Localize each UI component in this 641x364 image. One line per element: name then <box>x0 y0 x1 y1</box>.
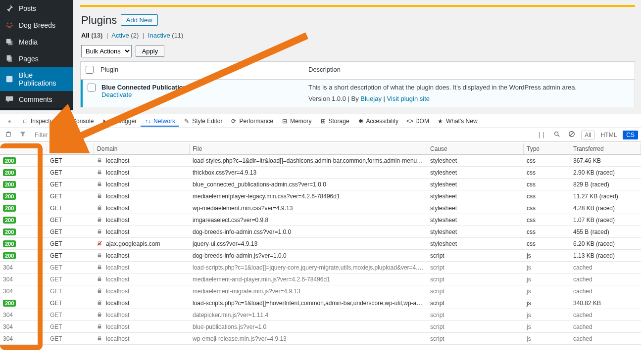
sidebar-item-media[interactable]: Media <box>0 34 73 50</box>
filter-css-button[interactable]: CS <box>623 131 638 139</box>
network-request-row[interactable]: 200GETlocalhostdog-breeds-info-admin.css… <box>0 226 641 238</box>
insecure-icon <box>97 240 103 247</box>
filter-all-button[interactable]: All <box>581 131 594 139</box>
plugin-meta: Version 1.0.0 | By Bluejay | Visit plugi… <box>308 95 630 102</box>
col-file[interactable]: File <box>190 143 427 154</box>
tab-accessibility[interactable]: ✱Accessibility <box>353 116 402 127</box>
network-request-row[interactable]: 200GETlocalhostwp-mediaelement.min.css?v… <box>0 202 641 214</box>
tab-console[interactable]: ›_Console <box>59 116 98 127</box>
network-request-row[interactable]: 304GETlocalhostblue-publications.js?ver=… <box>0 321 641 333</box>
filter-html-button[interactable]: HTML <box>599 131 619 139</box>
sidebar-item-pages[interactable]: Pages <box>0 50 73 67</box>
lock-icon <box>97 264 103 271</box>
plugin-filter-links: All (13) | Active (2) | Inactive (11) <box>73 31 641 42</box>
tab-network[interactable]: ↑↓Network <box>141 116 179 127</box>
wp-admin-sidebar: PostsDog BreedsMediaPagesBlue Publicatio… <box>0 0 73 110</box>
bulk-actions-select[interactable]: Bulk Actions <box>81 45 132 57</box>
plugin-site-link[interactable]: Visit plugin site <box>387 95 430 102</box>
plugin-name: Blue Connected Publications <box>101 84 308 91</box>
lock-icon <box>97 205 103 212</box>
plugin-row-checkbox[interactable] <box>88 84 96 91</box>
styleeditor-icon: ✎ <box>183 118 190 125</box>
clear-button[interactable] <box>3 130 14 140</box>
sidebar-item-posts[interactable]: Posts <box>0 0 73 17</box>
filter-urls-input[interactable]: Filter URLs <box>32 130 67 140</box>
bulk-apply-button[interactable]: Apply <box>136 46 165 57</box>
select-all-checkbox[interactable] <box>86 66 94 74</box>
responsive-mode-button[interactable]: ⟐ <box>2 116 17 127</box>
paw-icon <box>5 21 14 30</box>
network-request-row[interactable]: 200GETlocalhostdog-breeds-info-admin.js?… <box>0 250 641 262</box>
col-status[interactable] <box>0 147 47 151</box>
search-button[interactable] <box>551 130 562 140</box>
pages-icon <box>5 54 14 63</box>
svg-rect-15 <box>98 195 101 198</box>
network-request-row[interactable]: 304GETlocalhostdatepicker.min.js?ver=1.1… <box>0 309 641 321</box>
col-transferred[interactable]: Transferred <box>570 143 641 154</box>
whatsnew-icon: ★ <box>437 118 444 125</box>
network-request-row[interactable]: 200GETlocalhostthickbox.css?ver=4.9.13st… <box>0 167 641 179</box>
sidebar-item-blue-publications[interactable]: Blue Publications <box>0 67 73 91</box>
network-request-row[interactable]: 200GETlocalhostblue_connected_publicatio… <box>0 179 641 190</box>
filter-inactive[interactable]: Inactive (11) <box>148 32 184 39</box>
block-button[interactable] <box>566 130 577 140</box>
svg-point-3 <box>11 25 13 27</box>
col-plugin-header[interactable]: Plugin <box>100 66 308 75</box>
filter-all[interactable]: All (13) <box>81 32 102 39</box>
svg-rect-14 <box>98 183 101 186</box>
network-request-row[interactable]: 304GETlocalhostwp-emoji-release.min.js?v… <box>0 333 641 345</box>
lock-icon <box>97 217 103 224</box>
col-cause[interactable]: Cause <box>427 143 524 154</box>
tab-inspector[interactable]: □Inspector <box>18 116 59 127</box>
deactivate-link[interactable]: Deactivate <box>101 91 132 98</box>
tab-performance[interactable]: ⟳Performance <box>226 116 277 127</box>
col-method[interactable]: Method <box>47 143 94 154</box>
sidebar-item-dog-breeds[interactable]: Dog Breeds <box>0 17 73 34</box>
plugin-author-link[interactable]: Bluejay <box>360 95 382 102</box>
svg-rect-9 <box>6 76 13 83</box>
network-request-row[interactable]: 200GETlocalhostload-styles.php?c=1&dir=l… <box>0 155 641 167</box>
network-request-row[interactable]: 304GETlocalhostload-scripts.php?c=1&load… <box>0 262 641 273</box>
funnel-icon[interactable] <box>18 130 28 139</box>
network-request-row[interactable]: 200GETlocalhostload-scripts.php?c=1&load… <box>0 297 641 309</box>
col-desc-header[interactable]: Description <box>308 66 630 75</box>
tab-styleeditor[interactable]: ✎Style Editor <box>179 116 226 127</box>
console-icon: ›_ <box>63 118 70 125</box>
lock-icon <box>97 193 103 200</box>
network-request-row[interactable]: 200GETajax.googleapis.comjquery-ui.css?v… <box>0 238 641 250</box>
svg-rect-26 <box>98 314 101 317</box>
add-new-button[interactable]: Add New <box>121 14 158 26</box>
svg-rect-17 <box>98 219 101 222</box>
lock-icon <box>97 323 103 330</box>
sidebar-item-comments[interactable]: Comments <box>0 91 73 108</box>
svg-rect-6 <box>8 41 12 45</box>
devtools-toolbar: ⟐ □Inspector›_Console⏵Debugger↑↓Network✎… <box>0 114 641 128</box>
lock-icon <box>97 288 103 295</box>
tab-storage[interactable]: ⊞Storage <box>316 116 353 127</box>
col-domain[interactable]: Domain <box>94 143 190 154</box>
tab-dom[interactable]: <>DOM <box>402 116 433 127</box>
tab-whatsnew[interactable]: ★What's New <box>433 116 482 127</box>
tab-debugger[interactable]: ⏵Debugger <box>98 116 141 127</box>
col-type[interactable]: Type <box>524 143 570 154</box>
plugin-description: This is a short description of what the … <box>308 84 630 91</box>
lock-icon <box>97 169 103 176</box>
network-request-row[interactable]: 200GETlocalhostmediaelementplayer-legacy… <box>0 190 641 202</box>
svg-rect-18 <box>98 231 101 233</box>
pin-icon <box>5 4 14 13</box>
network-request-row[interactable]: 200GETlocalhostimgareaselect.css?ver=0.9… <box>0 214 641 226</box>
performance-icon: ⟳ <box>230 118 237 125</box>
network-table-header: Method Domain File Cause Type Transferre… <box>0 143 641 155</box>
network-request-row[interactable]: 304GETlocalhostmediaelement-migrate.min.… <box>0 285 641 297</box>
pause-button[interactable]: || <box>536 131 547 139</box>
filter-active[interactable]: Active (2) <box>111 32 139 39</box>
svg-rect-23 <box>98 278 101 281</box>
lock-icon <box>97 335 103 342</box>
memory-icon: ⊟ <box>281 118 288 125</box>
svg-rect-13 <box>98 172 101 174</box>
inspector-icon: □ <box>22 118 29 125</box>
svg-rect-22 <box>98 267 101 269</box>
tab-memory[interactable]: ⊟Memory <box>277 116 315 127</box>
lock-icon <box>97 312 103 318</box>
network-request-row[interactable]: 304GETlocalhostmediaelement-and-player.m… <box>0 273 641 285</box>
